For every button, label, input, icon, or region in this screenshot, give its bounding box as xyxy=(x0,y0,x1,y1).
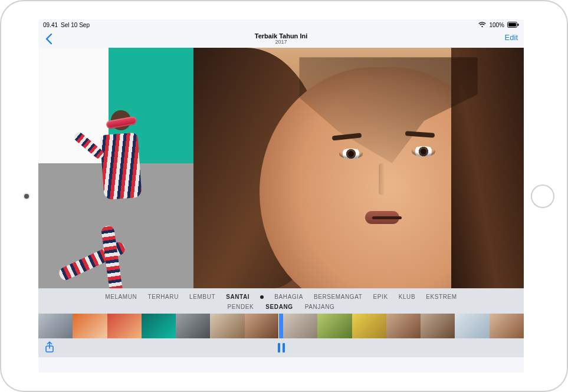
mood-option[interactable]: EKSTREM xyxy=(426,294,457,300)
mood-option[interactable]: MELAMUN xyxy=(105,294,137,300)
duration-option[interactable]: PENDEK xyxy=(228,304,254,310)
svg-rect-2 xyxy=(518,24,519,26)
memory-photo-right xyxy=(193,48,524,288)
thumbnail[interactable] xyxy=(73,314,107,338)
nav-bar: Terbaik Tahun Ini 2017 Edit xyxy=(38,30,524,48)
thumbnail[interactable] xyxy=(386,314,421,338)
battery-icon xyxy=(507,22,519,28)
thumbnail[interactable] xyxy=(352,314,386,338)
home-button[interactable] xyxy=(531,185,554,208)
wifi-icon xyxy=(478,22,486,28)
mood-selector[interactable]: MELAMUNTERHARULEMBUTSANTAIBAHAGIABERSEMA… xyxy=(38,289,524,302)
thumbnail[interactable] xyxy=(245,314,279,338)
thumbnail[interactable] xyxy=(490,314,524,338)
thumbnail[interactable] xyxy=(317,314,352,338)
duration-selector[interactable]: PENDEKSEDANGPANJANG xyxy=(38,302,524,314)
status-bar: 09.41 Sel 10 Sep 100% xyxy=(38,19,524,30)
duration-option[interactable]: PANJANG xyxy=(305,304,335,310)
back-button[interactable] xyxy=(42,31,55,47)
status-left: 09.41 Sel 10 Sep xyxy=(43,22,90,28)
battery-percent: 100% xyxy=(489,22,504,28)
mood-indicator-dot xyxy=(260,295,264,299)
mood-option[interactable]: LEMBUT xyxy=(189,294,215,300)
thumbnail[interactable] xyxy=(142,314,176,338)
mood-option[interactable]: EPIK xyxy=(373,294,388,300)
share-button[interactable] xyxy=(43,340,56,354)
thumbnail[interactable] xyxy=(455,314,489,338)
thumbnail[interactable] xyxy=(38,314,73,338)
ipad-device-frame: 09.41 Sel 10 Sep 100% Terbaik Tahun Ini … xyxy=(0,0,568,392)
thumbnail-scrubber[interactable] xyxy=(38,314,524,338)
status-right: 100% xyxy=(478,22,519,28)
thumbnail[interactable] xyxy=(107,314,142,338)
mood-option[interactable]: SANTAI xyxy=(226,294,249,300)
svg-rect-5 xyxy=(283,343,285,353)
chevron-left-icon xyxy=(44,33,52,45)
svg-rect-1 xyxy=(508,23,516,27)
mood-option[interactable]: KLUB xyxy=(399,294,416,300)
share-icon xyxy=(45,341,54,353)
memory-photo-left xyxy=(38,48,193,288)
screen: 09.41 Sel 10 Sep 100% Terbaik Tahun Ini … xyxy=(38,19,524,373)
front-camera xyxy=(24,194,29,199)
thumbnail[interactable] xyxy=(210,314,244,338)
thumbnail[interactable] xyxy=(283,314,317,338)
memory-edit-controls: MELAMUNTERHARULEMBUTSANTAIBAHAGIABERSEMA… xyxy=(38,288,524,357)
thumbnail[interactable] xyxy=(421,314,455,338)
title-block: Terbaik Tahun Ini 2017 xyxy=(255,33,307,45)
pause-icon xyxy=(277,343,285,353)
duration-option[interactable]: SEDANG xyxy=(265,304,293,310)
mood-option[interactable]: BERSEMANGAT xyxy=(314,294,363,300)
page-subtitle: 2017 xyxy=(255,39,307,45)
status-time: 09.41 xyxy=(43,22,58,28)
status-date: Sel 10 Sep xyxy=(61,22,90,28)
mood-option[interactable]: BAHAGIA xyxy=(274,294,303,300)
svg-rect-4 xyxy=(278,343,280,353)
thumbnail[interactable] xyxy=(176,314,210,338)
playhead-marker[interactable] xyxy=(279,314,283,338)
pause-button[interactable] xyxy=(274,340,289,355)
memory-movie-viewport[interactable] xyxy=(38,48,524,288)
mood-option[interactable]: TERHARU xyxy=(147,294,179,300)
bottom-toolbar xyxy=(38,338,524,357)
edit-button[interactable]: Edit xyxy=(505,33,518,42)
